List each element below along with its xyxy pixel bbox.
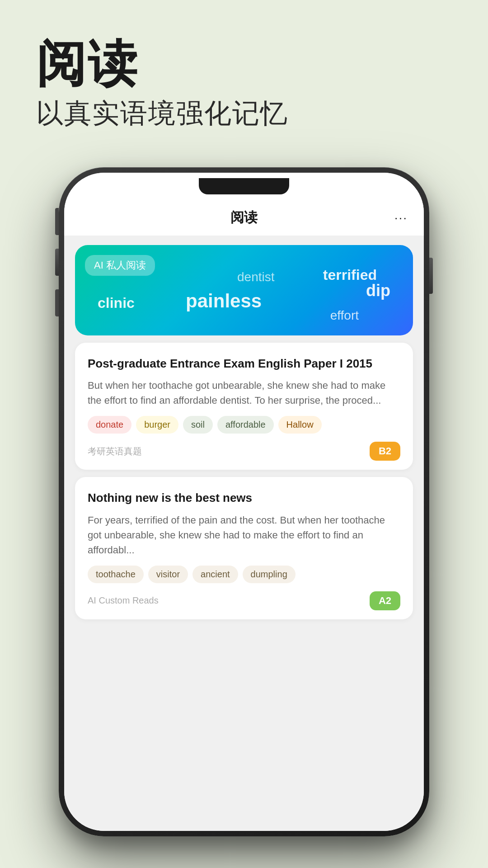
article-tags-2: toothache visitor ancient dumpling [88, 566, 400, 583]
article-excerpt-1: But when her toothache got unbearable, s… [88, 378, 400, 408]
page-title: 阅读 [36, 36, 288, 91]
article-footer-1: 考研英语真题 B2 [88, 442, 400, 461]
content-area: AI 私人阅读 dentist terrified clinic painles… [64, 236, 424, 831]
article-card-2[interactable]: Nothing new is the best news For years, … [75, 477, 413, 619]
nav-title: 阅读 [230, 208, 258, 227]
more-options-button[interactable]: ··· [394, 211, 408, 225]
ai-banner[interactable]: AI 私人阅读 dentist terrified clinic painles… [75, 245, 413, 335]
tag-hallow[interactable]: Hallow [278, 416, 322, 434]
page-subtitle: 以真实语境强化记忆 [36, 95, 288, 132]
article-title-2: Nothing new is the best news [88, 490, 400, 506]
tag-visitor[interactable]: visitor [148, 566, 188, 583]
banner-word-clinic: clinic [98, 295, 135, 311]
banner-word-effort: effort [330, 308, 359, 323]
phone-notch [199, 178, 289, 194]
article-card-1[interactable]: Post-graduate Entrance Exam English Pape… [75, 343, 413, 470]
phone-inner-frame: 阅读 ··· AI 私人阅读 dentist terrified clinic … [64, 173, 424, 831]
phone-screen: 阅读 ··· AI 私人阅读 dentist terrified clinic … [64, 173, 424, 831]
level-badge-b2: B2 [370, 442, 400, 461]
tag-donate[interactable]: donate [88, 416, 131, 434]
article-excerpt-2: For years, terrified of the pain and the… [88, 513, 400, 557]
page-background: 阅读 以真实语境强化记忆 阅读 ··· [0, 0, 488, 868]
banner-word-painless: painless [186, 290, 262, 312]
level-badge-a2: A2 [370, 591, 400, 610]
banner-word-dip: dip [366, 281, 390, 300]
tag-toothache[interactable]: toothache [88, 566, 144, 583]
article-footer-2: AI Custom Reads A2 [88, 591, 400, 610]
phone-outer-frame: 阅读 ··· AI 私人阅读 dentist terrified clinic … [59, 167, 429, 836]
article-tags-1: donate burger soil affordable Hallow [88, 416, 400, 434]
tag-affordable[interactable]: affordable [217, 416, 274, 434]
tag-ancient[interactable]: ancient [192, 566, 238, 583]
ai-badge: AI 私人阅读 [85, 255, 155, 276]
phone-mockup: 阅读 ··· AI 私人阅读 dentist terrified clinic … [59, 167, 429, 836]
tag-dumpling[interactable]: dumpling [243, 566, 296, 583]
tag-soil[interactable]: soil [183, 416, 213, 434]
article-source-1: 考研英语真题 [88, 445, 142, 458]
banner-word-dentist: dentist [237, 270, 275, 284]
article-source-2: AI Custom Reads [88, 595, 159, 606]
navigation-bar: 阅读 ··· [64, 200, 424, 236]
tag-burger[interactable]: burger [136, 416, 178, 434]
header-section: 阅读 以真实语境强化记忆 [36, 36, 288, 132]
article-title-1: Post-graduate Entrance Exam English Pape… [88, 355, 400, 372]
